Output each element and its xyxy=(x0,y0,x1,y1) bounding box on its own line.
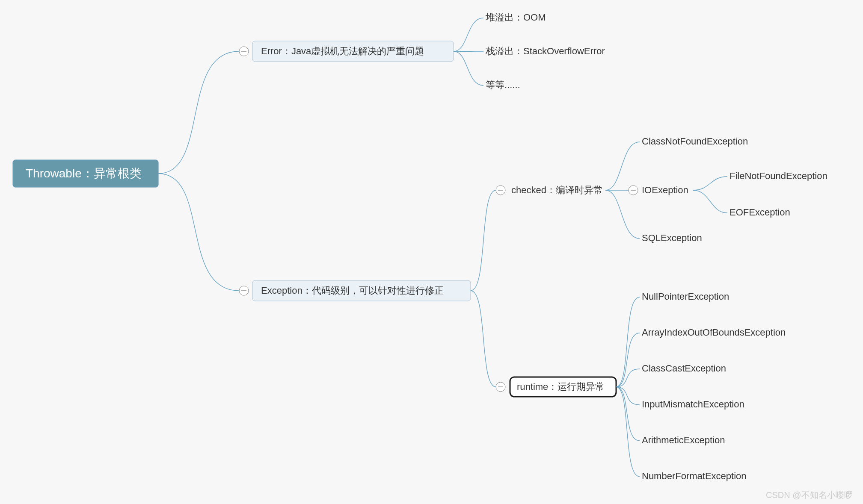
error-label: Error：Java虚拟机无法解决的严重问题 xyxy=(261,46,424,56)
runtime-child-2: ClassCastException xyxy=(642,363,726,374)
node-exception[interactable]: Exception：代码级别，可以针对性进行修正 xyxy=(239,280,471,301)
io-child-1: EOFException xyxy=(730,207,790,218)
node-checked[interactable]: checked：编译时异常 xyxy=(496,185,603,195)
runtime-child-4: ArithmeticException xyxy=(642,435,725,445)
mindmap-diagram: Throwable：异常根类 Error：Java虚拟机无法解决的严重问题 堆溢… xyxy=(0,0,863,504)
node-runtime[interactable]: runtime：运行期异常 xyxy=(496,377,616,397)
checked-label: checked：编译时异常 xyxy=(511,185,603,195)
error-child-0: 堆溢出：OOM xyxy=(485,12,546,23)
checked-child-1: IOExeption xyxy=(642,185,688,195)
node-ioexception[interactable]: IOExeption xyxy=(629,185,688,195)
runtime-label: runtime：运行期异常 xyxy=(517,381,605,392)
runtime-child-5: NumberFormatException xyxy=(642,471,747,481)
error-child-1: 栈溢出：StackOverflowError xyxy=(485,46,605,56)
node-error[interactable]: Error：Java虚拟机无法解决的严重问题 xyxy=(239,41,454,62)
io-child-0: FileNotFoundException xyxy=(730,171,827,181)
root-label: Throwable：异常根类 xyxy=(26,167,142,180)
runtime-child-1: ArrayIndexOutOfBoundsException xyxy=(642,327,786,338)
checked-child-0: ClassNotFoundException xyxy=(642,136,748,147)
runtime-child-3: InputMismatchException xyxy=(642,399,744,410)
runtime-child-0: NullPointerException xyxy=(642,291,729,302)
watermark-text: CSDN @不知名小喽啰 xyxy=(766,490,853,500)
exception-label: Exception：代码级别，可以针对性进行修正 xyxy=(261,285,444,296)
node-root[interactable]: Throwable：异常根类 xyxy=(13,160,158,187)
error-child-2: 等等...... xyxy=(486,80,520,90)
checked-child-2: SQLException xyxy=(642,233,702,243)
